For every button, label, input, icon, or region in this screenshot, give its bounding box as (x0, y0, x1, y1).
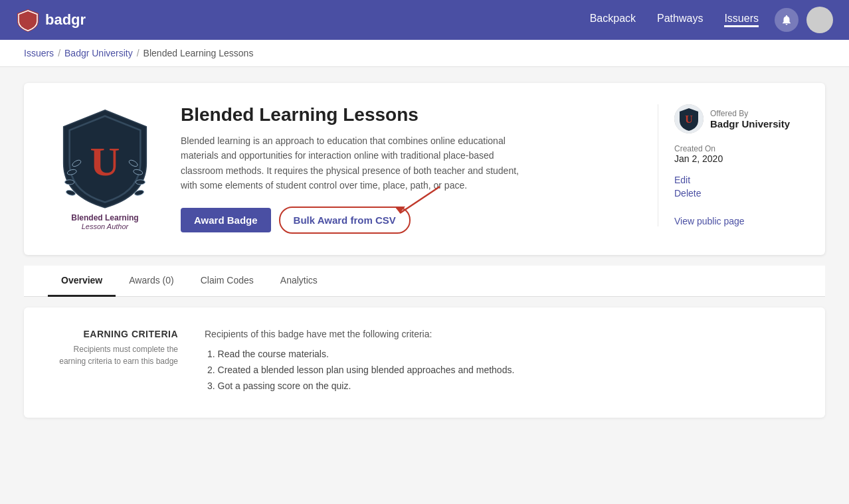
nav-pathways[interactable]: Pathways (657, 13, 703, 27)
delete-link[interactable]: Delete (674, 188, 804, 199)
brand: badgr (16, 8, 590, 32)
breadcrumb-sep-1: / (58, 48, 60, 58)
badge-info: Blended Learning Lessons Blended learnin… (181, 104, 642, 234)
badge-svg: U (52, 104, 158, 210)
meta-created-on: Created On Jan 2, 2020 (674, 144, 804, 164)
navbar-links: Backpack Pathways Issuers (590, 13, 759, 27)
badge-label-sub: Lesson Author (82, 222, 129, 230)
tabs-bar: Overview Awards (0) Claim Codes Analytic… (24, 266, 825, 297)
breadcrumb-issuers[interactable]: Issuers (24, 48, 54, 58)
tab-claim-codes[interactable]: Claim Codes (187, 266, 267, 297)
nav-backpack[interactable]: Backpack (590, 13, 636, 27)
criteria-list: 1. Read the course materials. 2. Created… (205, 349, 804, 391)
badge-meta: U Offered By Badgr University Created On… (658, 104, 804, 226)
svg-text:U: U (90, 139, 120, 184)
main-content: U Blended Learning Lesson Author Blended… (0, 67, 849, 434)
badge-label: Blended Learning (71, 213, 138, 222)
meta-actions: Edit Delete View public page (674, 175, 804, 226)
edit-link[interactable]: Edit (674, 175, 804, 185)
created-on-value: Jan 2, 2020 (674, 153, 804, 164)
notifications-button[interactable] (775, 8, 799, 32)
tab-awards[interactable]: Awards (0) (116, 266, 187, 297)
criteria-intro: Recipients of this badge have met the fo… (205, 329, 804, 339)
brand-name: badgr (45, 11, 86, 29)
badge-image: U (52, 104, 158, 210)
badge-description: Blended learning is an approach to educa… (181, 133, 526, 193)
svg-text:U: U (685, 114, 693, 125)
navbar-icons (775, 7, 833, 33)
bell-icon (781, 14, 793, 26)
content-card: EARNING CRITERIA Recipients must complet… (24, 307, 825, 418)
badge-actions: Award Badge Bulk Award from CSV (181, 207, 642, 234)
nav-issuers[interactable]: Issuers (724, 13, 759, 27)
badge-title: Blended Learning Lessons (181, 104, 642, 126)
ec-subtitle: Recipients must complete the earning cri… (45, 343, 178, 367)
earning-criteria-label: EARNING CRITERIA Recipients must complet… (45, 329, 178, 396)
view-public-link[interactable]: View public page (674, 216, 804, 226)
tab-analytics[interactable]: Analytics (267, 266, 331, 297)
bulk-award-button[interactable]: Bulk Award from CSV (279, 207, 411, 234)
breadcrumb: Issuers / Badgr University / Blended Lea… (0, 40, 849, 67)
svg-point-2 (65, 180, 74, 185)
issuer-name: Badgr University (710, 118, 790, 129)
offered-by-label: Offered By (710, 109, 790, 118)
criteria-item-1: 1. Read the course materials. (205, 349, 804, 359)
ec-title: EARNING CRITERIA (45, 329, 178, 339)
issuer-logo: U (674, 104, 704, 133)
brand-icon (16, 8, 40, 32)
created-on-label: Created On (674, 144, 804, 153)
badge-card: U Blended Learning Lesson Author Blended… (24, 83, 825, 255)
meta-issuer: U Offered By Badgr University (674, 104, 804, 133)
criteria-content: Recipients of this badge have met the fo… (205, 329, 804, 396)
breadcrumb-sep-2: / (137, 48, 140, 58)
criteria-item-2: 2. Created a blended lesson plan using b… (205, 365, 804, 375)
award-badge-button[interactable]: Award Badge (181, 208, 271, 232)
navbar: badgr Backpack Pathways Issuers (0, 0, 849, 40)
breadcrumb-university[interactable]: Badgr University (64, 48, 133, 58)
criteria-item-3: 3. Got a passing score on the quiz. (205, 380, 804, 391)
svg-point-6 (136, 180, 145, 185)
meta-issuer-text: Offered By Badgr University (710, 109, 790, 129)
badge-image-area: U Blended Learning Lesson Author (45, 104, 165, 230)
user-avatar-button[interactable] (806, 7, 833, 33)
tab-overview[interactable]: Overview (48, 266, 116, 297)
breadcrumb-current: Blended Learning Lessons (143, 48, 254, 58)
